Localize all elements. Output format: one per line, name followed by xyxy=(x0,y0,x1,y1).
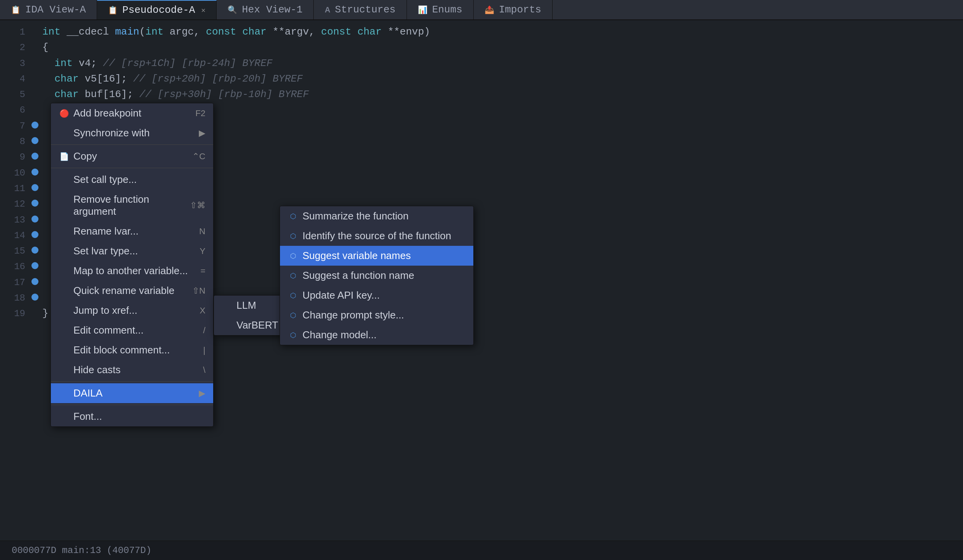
llm-summarize-label: Summarize the function xyxy=(302,210,408,222)
menu-edit-comment[interactable]: Edit comment... / xyxy=(51,320,213,340)
tab-close-button[interactable]: ✕ xyxy=(201,6,205,14)
menu-add-breakpoint[interactable]: 🔴 Add breakpoint F2 xyxy=(51,103,213,123)
sync-arrow-icon: ▶ xyxy=(199,128,205,138)
identify-icon: ⬡ xyxy=(288,232,299,240)
llm-summarize[interactable]: ⬡ Summarize the function xyxy=(280,206,473,226)
tab-hex-view[interactable]: 🔍 Hex View-1 xyxy=(217,0,314,19)
map-var-shortcut: = xyxy=(200,266,205,276)
tab-struct-label: Structures xyxy=(335,4,396,16)
separator-3 xyxy=(51,381,213,382)
code-line-4: 4 char v5[16]; // [rsp+20h] [rbp-20h] BY… xyxy=(0,71,963,87)
llm-identify-label: Identify the source of the function xyxy=(302,230,451,242)
llm-suggest-fn[interactable]: ⬡ Suggest a function name xyxy=(280,266,473,285)
suggest-vars-icon: ⬡ xyxy=(288,252,299,260)
tab-enums[interactable]: 📊 Enums xyxy=(407,0,474,19)
tab-ida-label: IDA View-A xyxy=(25,4,86,16)
context-menu: 🔴 Add breakpoint F2 Synchronize with ▶ 📄… xyxy=(50,103,214,427)
llm-change-model[interactable]: ⬡ Change model... xyxy=(280,325,473,345)
menu-set-lvar-label: Set lvar type... xyxy=(73,245,138,257)
llm-identify[interactable]: ⬡ Identify the source of the function xyxy=(280,226,473,246)
menu-edit-block-label: Edit block comment... xyxy=(73,344,170,356)
quick-rename-shortcut: ⇧N xyxy=(192,286,205,296)
llm-prompt-style-label: Change prompt style... xyxy=(302,309,404,321)
rename-lvar-shortcut: N xyxy=(199,226,205,237)
tab-imports[interactable]: 📤 Imports xyxy=(474,0,553,19)
menu-set-lvar-type[interactable]: Set lvar type... Y xyxy=(51,241,213,261)
tab-pseudo-label: Pseudocode-A xyxy=(122,4,195,16)
menu-font[interactable]: Font... xyxy=(51,407,213,426)
hide-casts-shortcut: \ xyxy=(203,365,205,375)
menu-daila-label: DAILA xyxy=(73,387,103,399)
llm-prompt-style[interactable]: ⬡ Change prompt style... xyxy=(280,305,473,325)
menu-map-variable[interactable]: Map to another variable... = xyxy=(51,261,213,281)
set-lvar-shortcut: Y xyxy=(200,246,205,256)
status-bar: 0000077D main:13 (40077D) xyxy=(0,541,963,560)
tab-ida-view-a[interactable]: 📋 IDA View-A xyxy=(0,0,97,19)
menu-synchronize[interactable]: Synchronize with ▶ xyxy=(51,123,213,143)
llm-update-api-label: Update API key... xyxy=(302,289,380,301)
menu-copy[interactable]: 📄 Copy ⌃C xyxy=(51,146,213,166)
menu-remove-arg[interactable]: Remove function argument ⇧⌘ xyxy=(51,190,213,221)
tab-import-icon: 📤 xyxy=(485,5,494,15)
llm-submenu: ⬡ Summarize the function ⬡ Identify the … xyxy=(280,206,474,345)
menu-hide-casts-label: Hide casts xyxy=(73,364,120,376)
llm-suggest-vars[interactable]: ⬡ Suggest variable names xyxy=(280,246,473,266)
llm-suggest-fn-label: Suggest a function name xyxy=(302,270,414,282)
separator-2 xyxy=(51,168,213,168)
code-line-5: 5 char buf[16]; // [rsp+30h] [rbp-10h] B… xyxy=(0,87,963,102)
llm-change-model-label: Change model... xyxy=(302,329,377,341)
jump-xref-shortcut: X xyxy=(200,306,205,316)
menu-daila[interactable]: DAILA ▶ xyxy=(51,383,213,403)
remove-arg-shortcut: ⇧⌘ xyxy=(190,200,205,210)
menu-jump-xref-label: Jump to xref... xyxy=(73,304,137,317)
update-api-icon: ⬡ xyxy=(288,291,299,300)
menu-rename-lvar-label: Rename lvar... xyxy=(73,225,139,237)
menu-font-label: Font... xyxy=(73,410,102,423)
prompt-style-icon: ⬡ xyxy=(288,311,299,320)
daila-varbert-label: VarBERT xyxy=(236,319,278,331)
menu-remove-arg-label: Remove function argument xyxy=(73,193,186,217)
tab-structures[interactable]: A Structures xyxy=(314,0,407,19)
menu-edit-comment-label: Edit comment... xyxy=(73,324,144,336)
menu-hide-casts[interactable]: Hide casts \ xyxy=(51,360,213,380)
tab-pseudocode-a[interactable]: 📋 Pseudocode-A ✕ xyxy=(97,0,217,19)
tab-enum-icon: 📊 xyxy=(418,5,428,15)
summarize-icon: ⬡ xyxy=(288,212,299,221)
breakpoint-icon: 🔴 xyxy=(59,109,70,118)
llm-suggest-vars-label: Suggest variable names xyxy=(302,250,411,262)
menu-set-call-type[interactable]: Set call type... xyxy=(51,170,213,190)
daila-llm-label: LLM xyxy=(236,299,256,311)
add-breakpoint-shortcut: F2 xyxy=(195,108,205,118)
code-line-3: 3 int v4; // [rsp+1Ch] [rbp-24h] BYREF xyxy=(0,56,963,71)
menu-quick-rename[interactable]: Quick rename variable ⇧N xyxy=(51,281,213,301)
tab-struct-icon: A xyxy=(325,5,330,14)
menu-copy-label: Copy xyxy=(73,150,97,162)
menu-edit-block-comment[interactable]: Edit block comment... | xyxy=(51,340,213,360)
daila-arrow-icon: ▶ xyxy=(199,388,205,398)
change-model-icon: ⬡ xyxy=(288,331,299,339)
tab-ida-icon: 📋 xyxy=(11,5,21,15)
tab-enum-label: Enums xyxy=(432,4,462,16)
menu-set-call-label: Set call type... xyxy=(73,174,137,186)
tab-hex-label: Hex View-1 xyxy=(242,4,302,16)
menu-map-variable-label: Map to another variable... xyxy=(73,265,188,277)
separator-4 xyxy=(51,405,213,405)
copy-shortcut: ⌃C xyxy=(192,151,205,162)
edit-block-shortcut: | xyxy=(203,345,205,355)
tab-hex-icon: 🔍 xyxy=(228,5,237,15)
status-text: 0000077D main:13 (40077D) xyxy=(12,545,151,556)
code-line-2: 2 { xyxy=(0,40,963,55)
code-line-1: 1 int __cdecl main(int argc, const char … xyxy=(0,24,963,40)
menu-jump-xref[interactable]: Jump to xref... X xyxy=(51,301,213,320)
llm-update-api[interactable]: ⬡ Update API key... xyxy=(280,285,473,305)
menu-rename-lvar[interactable]: Rename lvar... N xyxy=(51,221,213,241)
tab-import-label: Imports xyxy=(499,4,541,16)
menu-quick-rename-label: Quick rename variable xyxy=(73,285,174,297)
tab-bar: 📋 IDA View-A 📋 Pseudocode-A ✕ 🔍 Hex View… xyxy=(0,0,963,20)
edit-comment-shortcut: / xyxy=(203,325,205,336)
tab-pseudo-icon: 📋 xyxy=(108,5,118,15)
copy-icon: 📄 xyxy=(59,152,70,161)
separator-1 xyxy=(51,144,213,145)
menu-synchronize-label: Synchronize with xyxy=(73,127,150,139)
suggest-fn-icon: ⬡ xyxy=(288,271,299,280)
